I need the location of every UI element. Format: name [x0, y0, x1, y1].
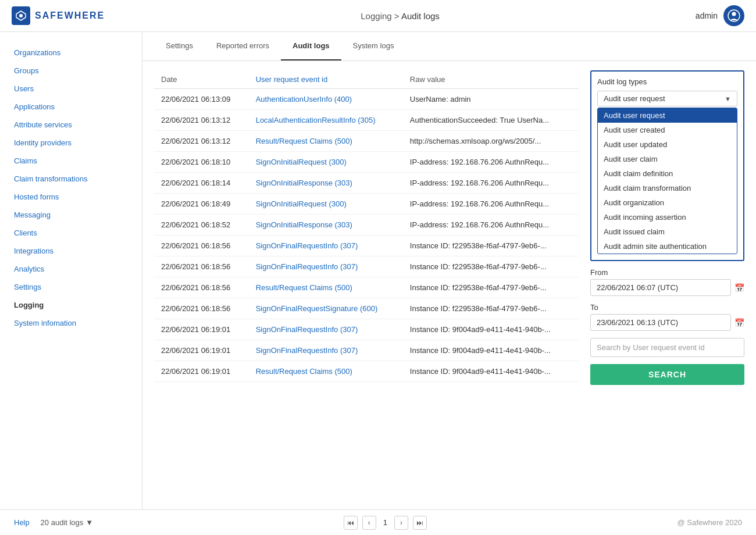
cell-event[interactable]: Result/Request Claims (500): [249, 361, 403, 382]
right-panel: Audit log types Audit user request ▼ Aud…: [590, 70, 744, 500]
cell-raw: Instance ID: f229538e-f6af-4797-9eb6-...: [403, 277, 579, 298]
cell-event[interactable]: SignOnInitialRequest (300): [249, 152, 403, 173]
sidebar-item-clients[interactable]: Clients: [0, 224, 142, 242]
sidebar-item-groups[interactable]: Groups: [0, 62, 142, 80]
cell-event[interactable]: Result/Request Claims (500): [249, 277, 403, 298]
cell-event[interactable]: SignOnFinalRequestInfo (307): [249, 340, 403, 361]
tabs-bar: SettingsReported errorsAudit logsSystem …: [142, 32, 756, 61]
search-event-input[interactable]: [590, 338, 744, 357]
dropdown-option-2[interactable]: Audit user updated: [598, 137, 737, 152]
dropdown-selected-value: Audit user request: [604, 94, 665, 103]
to-date-input[interactable]: [590, 314, 731, 331]
breadcrumb-current: Audit logs: [401, 11, 440, 21]
page-number: 1: [381, 518, 390, 527]
cell-event[interactable]: SignOnInitialResponse (303): [249, 173, 403, 194]
cell-event[interactable]: SignOnFinalRequestInfo (307): [249, 256, 403, 277]
sidebar-item-logging[interactable]: Logging: [0, 296, 142, 314]
table-area: Date User request event id Raw value 22/…: [154, 70, 579, 500]
sidebar-item-settings[interactable]: Settings: [0, 278, 142, 296]
cell-date: 22/06/2021 06:18:10: [154, 152, 249, 173]
per-page-label: 20 audit logs: [41, 518, 84, 527]
cell-event[interactable]: SignOnFinalRequestSignature (600): [249, 298, 403, 319]
dropdown-option-4[interactable]: Audit claim definition: [598, 166, 737, 181]
sidebar-item-users[interactable]: Users: [0, 80, 142, 98]
table-row: 22/06/2021 06:13:09 AuthenticationUserIn…: [154, 89, 579, 110]
sidebar-item-identity-providers[interactable]: Identity providers: [0, 134, 142, 152]
col-date: Date: [154, 70, 249, 89]
sidebar-item-claims[interactable]: Claims: [0, 152, 142, 170]
table-row: 22/06/2021 06:18:52 SignOnInitialRespons…: [154, 215, 579, 236]
from-date-input[interactable]: [590, 279, 731, 296]
dropdown-option-9[interactable]: Audit admin site authentication: [598, 239, 737, 254]
dropdown-option-1[interactable]: Audit user created: [598, 123, 737, 137]
user-area: admin: [696, 5, 744, 26]
per-page-chevron-icon[interactable]: ▼: [85, 518, 93, 527]
cell-date: 22/06/2021 06:19:01: [154, 361, 249, 382]
sidebar-item-messaging[interactable]: Messaging: [0, 206, 142, 224]
cell-event[interactable]: SignOnFinalRequestInfo (307): [249, 319, 403, 340]
user-avatar[interactable]: [723, 5, 744, 26]
cell-event[interactable]: SignOnInitialRequest (300): [249, 194, 403, 215]
header: SAFEWHERE Logging > Audit logs admin: [0, 0, 756, 32]
dropdown-option-8[interactable]: Audit issued claim: [598, 224, 737, 239]
breadcrumb-parent[interactable]: Logging: [361, 11, 391, 21]
sidebar-item-system-information[interactable]: System infomation: [0, 314, 142, 332]
cell-event[interactable]: SignOnFinalRequestInfo (307): [249, 236, 403, 256]
sidebar-item-organizations[interactable]: Organizations: [0, 44, 142, 62]
search-button[interactable]: SEARCH: [590, 364, 744, 385]
cell-event[interactable]: Result/Request Claims (500): [249, 131, 403, 152]
dropdown-option-7[interactable]: Audit incoming assertion: [598, 210, 737, 224]
cell-raw: AuthenticationSucceeded: True UserNa...: [403, 110, 579, 131]
sidebar-item-claim-transformations[interactable]: Claim transformations: [0, 170, 142, 188]
help-link[interactable]: Help: [14, 518, 30, 527]
logo-text: SAFEWHERE: [35, 10, 105, 21]
table-row: 22/06/2021 06:13:12 LocalAuthenticationR…: [154, 110, 579, 131]
next-page-button[interactable]: ›: [394, 516, 408, 530]
cell-raw: IP-address: 192.168.76.206 AuthnRequ...: [403, 173, 579, 194]
table-row: 22/06/2021 06:18:14 SignOnInitialRespons…: [154, 173, 579, 194]
prev-page-button[interactable]: ‹: [362, 516, 376, 530]
sidebar-item-attribute-services[interactable]: Attribute services: [0, 116, 142, 134]
cell-event[interactable]: SignOnInitialResponse (303): [249, 215, 403, 236]
sidebar-item-analytics[interactable]: Analytics: [0, 260, 142, 278]
tab-settings[interactable]: Settings: [154, 32, 205, 60]
dropdown-trigger[interactable]: Audit user request ▼: [597, 91, 737, 106]
dropdown-option-6[interactable]: Audit organization: [598, 195, 737, 210]
col-raw: Raw value: [403, 70, 579, 89]
cell-raw: http://schemas.xmlsoap.org/ws/2005/...: [403, 131, 579, 152]
cell-raw: Instance ID: 9f004ad9-e411-4e41-940b-...: [403, 361, 579, 382]
from-calendar-icon[interactable]: 📅: [734, 283, 744, 293]
sidebar: OrganizationsGroupsUsersApplicationsAttr…: [0, 32, 142, 509]
cell-raw: IP-address: 192.168.76.206 AuthnRequ...: [403, 152, 579, 173]
first-page-button[interactable]: ⏮: [344, 516, 358, 530]
table-row: 22/06/2021 06:18:10 SignOnInitialRequest…: [154, 152, 579, 173]
table-row: 22/06/2021 06:18:56 SignOnFinalRequestIn…: [154, 236, 579, 256]
to-calendar-icon[interactable]: 📅: [734, 318, 744, 327]
tab-system-logs[interactable]: System logs: [341, 32, 406, 60]
audit-log-type-dropdown[interactable]: Audit user request ▼ Audit user requestA…: [597, 91, 737, 254]
cell-raw: Instance ID: f229538e-f6af-4797-9eb6-...: [403, 236, 579, 256]
sidebar-item-integrations[interactable]: Integrations: [0, 242, 142, 260]
from-label: From: [590, 268, 744, 277]
last-page-button[interactable]: ⏭: [413, 516, 427, 530]
dropdown-option-0[interactable]: Audit user request: [598, 108, 737, 123]
footer-left: Help 20 audit logs ▼: [14, 518, 93, 527]
table-row: 22/06/2021 06:19:01 SignOnFinalRequestIn…: [154, 340, 579, 361]
tab-reported-errors[interactable]: Reported errors: [205, 32, 281, 60]
to-date-row: To 📅: [590, 303, 744, 331]
table-row: 22/06/2021 06:19:01 Result/Request Claim…: [154, 361, 579, 382]
cell-date: 22/06/2021 06:19:01: [154, 340, 249, 361]
sidebar-item-applications[interactable]: Applications: [0, 98, 142, 116]
sidebar-item-hosted-forms[interactable]: Hosted forms: [0, 188, 142, 206]
audit-log-types-title: Audit log types: [597, 77, 737, 86]
dropdown-option-3[interactable]: Audit user claim: [598, 152, 737, 166]
tab-audit-logs[interactable]: Audit logs: [281, 32, 341, 60]
svg-point-1: [19, 14, 23, 17]
dropdown-option-5[interactable]: Audit claim transformation: [598, 181, 737, 195]
dropdown-list: Audit user requestAudit user createdAudi…: [597, 108, 737, 254]
cell-raw: Instance ID: f229538e-f6af-4797-9eb6-...: [403, 256, 579, 277]
copyright: @ Safewhere 2020: [677, 518, 743, 527]
cell-event[interactable]: AuthenticationUserInfo (400): [249, 89, 403, 110]
cell-event[interactable]: LocalAuthenticationResultInfo (305): [249, 110, 403, 131]
svg-point-3: [732, 12, 736, 16]
